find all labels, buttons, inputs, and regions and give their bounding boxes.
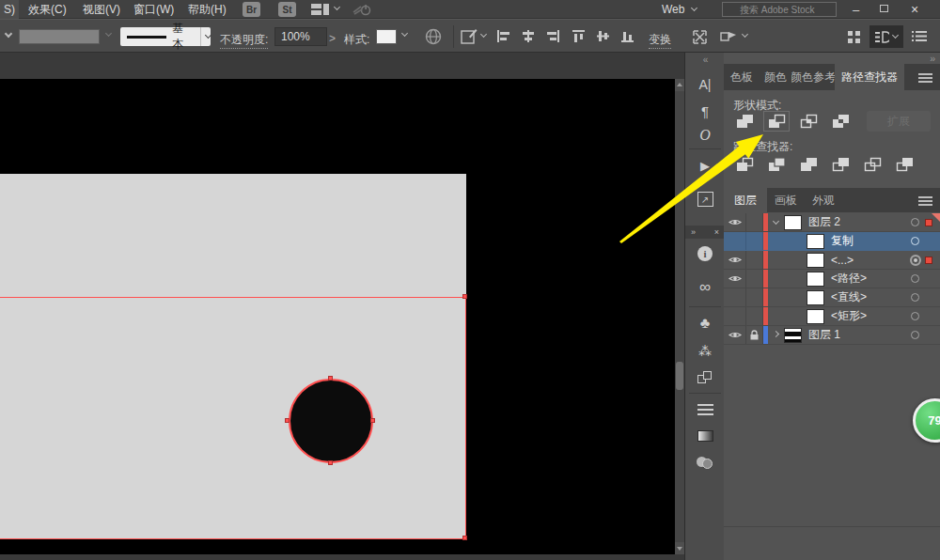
tab-layers[interactable]: 图层	[724, 188, 767, 212]
opacity-label[interactable]: 不透明度:	[220, 32, 268, 49]
visibility-toggle[interactable]	[724, 251, 746, 269]
links-panel-icon[interactable]: ∞	[685, 276, 725, 299]
layer-thumbnail[interactable]	[807, 234, 824, 249]
target-circle[interactable]	[911, 293, 919, 302]
symbol-sprayer-icon[interactable]: ⁂	[685, 340, 725, 363]
outline-button[interactable]	[859, 154, 885, 175]
layer-thumbnail[interactable]	[784, 328, 802, 343]
stock-button[interactable]: St	[278, 2, 296, 17]
lock-cell[interactable]	[746, 232, 763, 250]
minimize-button[interactable]: –	[849, 0, 863, 19]
symbols-panel-icon[interactable]: ♣	[685, 312, 725, 334]
layer-thumbnail[interactable]	[784, 215, 802, 230]
anchor-point[interactable]	[285, 418, 290, 423]
menu-item-view[interactable]: 视图(V)	[79, 0, 124, 19]
panel-menu-icon[interactable]	[918, 73, 932, 83]
lock-toggle[interactable]	[746, 326, 763, 344]
anchor-point[interactable]	[328, 376, 333, 381]
layer-row-selected[interactable]: 复制	[724, 232, 940, 251]
scroll-up-button[interactable]	[675, 79, 684, 91]
select-similar-icon[interactable]	[720, 29, 737, 44]
stroke-preset-dropdown[interactable]: 基本	[120, 27, 211, 46]
collapsed-chevron-icon[interactable]	[768, 334, 784, 336]
opacity-stepper[interactable]: >	[329, 32, 336, 45]
visibility-toggle[interactable]	[724, 288, 746, 306]
target-circle-active[interactable]	[910, 255, 921, 266]
minus-front-button[interactable]	[763, 111, 790, 132]
panel-menu-icon[interactable]	[918, 196, 932, 206]
tab-artboards[interactable]: 画板	[767, 188, 805, 212]
layer-label[interactable]: <...>	[831, 254, 854, 267]
expand-panel-icon[interactable]: »	[691, 227, 696, 237]
visibility-toggle[interactable]	[724, 326, 746, 344]
target-circle[interactable]	[911, 237, 919, 245]
layer-thumbnail[interactable]	[807, 253, 824, 268]
transform-link[interactable]: 变换	[649, 32, 671, 49]
merge-button[interactable]	[795, 154, 822, 175]
workspace-grid-icon[interactable]	[848, 31, 861, 43]
dock-collapse-icon[interactable]: ‹‹	[685, 54, 725, 65]
bridge-button[interactable]: Br	[243, 2, 260, 17]
globe-icon[interactable]	[425, 28, 442, 45]
layer-row[interactable]: <...>	[724, 251, 940, 270]
layer-row[interactable]: 图层 2	[724, 213, 940, 232]
anchor-point[interactable]	[462, 294, 467, 299]
lock-cell[interactable]	[746, 270, 763, 288]
layer-row[interactable]: <直线>	[724, 288, 940, 307]
unite-button[interactable]	[731, 111, 758, 132]
canvas-area[interactable]	[0, 53, 684, 560]
expand-chevron-icon[interactable]	[768, 222, 784, 224]
free-transform-icon[interactable]	[692, 29, 708, 45]
align-left-icon[interactable]	[496, 30, 511, 42]
minus-back-button[interactable]	[891, 154, 917, 175]
workspace-chevron-icon[interactable]	[334, 4, 340, 10]
close-panel-icon[interactable]: ×	[714, 227, 719, 237]
crop-button[interactable]	[827, 154, 854, 175]
layer-row[interactable]: 图层 1	[724, 326, 940, 345]
layer-row[interactable]: <矩形>	[724, 307, 940, 326]
style-label[interactable]: 样式:	[344, 32, 369, 48]
stock-search-box[interactable]	[722, 2, 837, 17]
tab-swatches[interactable]: 色板	[724, 64, 760, 90]
layer-label[interactable]: 图层 1	[808, 327, 840, 343]
visibility-toggle[interactable]	[724, 307, 746, 325]
layer-thumbnail[interactable]	[807, 272, 824, 287]
search-input[interactable]	[722, 2, 837, 17]
visibility-toggle[interactable]	[724, 213, 746, 231]
anchor-point[interactable]	[328, 460, 333, 465]
lock-cell[interactable]	[746, 251, 763, 269]
opacity-field[interactable]: 100%	[274, 27, 327, 46]
tab-color[interactable]: 颜色	[760, 64, 791, 90]
export-panel-icon[interactable]: ↗	[685, 188, 725, 210]
document-setup-chevron-icon[interactable]	[480, 31, 487, 38]
expand-button[interactable]: 扩展	[867, 111, 931, 132]
layer-thumbnail[interactable]	[807, 309, 824, 324]
style-swatch[interactable]	[376, 29, 397, 44]
align-right-icon[interactable]	[545, 30, 560, 42]
tab-pathfinder[interactable]: 路径查找器	[835, 64, 904, 90]
control-collapse-chevron-icon[interactable]	[5, 30, 12, 38]
layer-label[interactable]: 复制	[831, 233, 854, 249]
opentype-panel-icon[interactable]: O	[685, 124, 725, 147]
lock-cell[interactable]	[746, 288, 763, 306]
close-button[interactable]: ×	[907, 0, 922, 19]
restore-button[interactable]	[880, 5, 888, 12]
target-circle[interactable]	[911, 312, 919, 320]
transparency-panel-icon[interactable]	[685, 451, 725, 474]
menu-item-window[interactable]: 窗口(W)	[130, 0, 178, 19]
exclude-button[interactable]	[827, 111, 854, 132]
align-h-center-icon[interactable]	[521, 30, 536, 42]
v-scrollbar-track[interactable]	[675, 79, 684, 554]
style-chevron-icon[interactable]	[401, 30, 408, 37]
anchor-point[interactable]	[462, 536, 467, 540]
layer-thumbnail[interactable]	[807, 290, 824, 305]
target-circle[interactable]	[911, 331, 919, 339]
divide-button[interactable]	[731, 154, 758, 175]
lock-cell[interactable]	[746, 213, 763, 231]
info-panel-icon[interactable]: i	[685, 242, 725, 265]
menu-item-effect[interactable]: 效果(C)	[24, 0, 70, 19]
arrange-documents-button[interactable]	[870, 25, 903, 48]
anchor-point[interactable]	[370, 418, 375, 423]
stroke-swatch[interactable]	[19, 29, 100, 44]
visibility-toggle[interactable]	[724, 270, 746, 288]
